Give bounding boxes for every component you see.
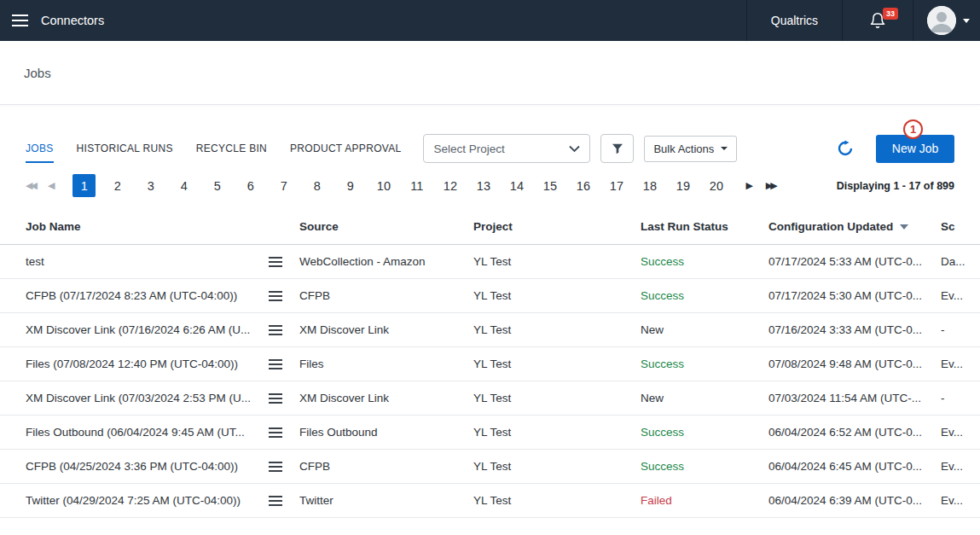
table-row: XM Discover Link (07/16/2024 6:26 AM (U.… <box>0 313 980 347</box>
page-button-15[interactable]: 15 <box>538 174 561 197</box>
column-header-schedule: Sc <box>941 210 980 245</box>
source-cell: Files Outbound <box>299 416 473 450</box>
bulk-actions-dropdown[interactable]: Bulk Actions <box>644 136 737 162</box>
tab-bar: JOBS HISTORICAL RUNS RECYCLE BIN PRODUCT… <box>26 134 401 163</box>
row-actions-cell <box>269 416 299 450</box>
page-button-11[interactable]: 11 <box>405 174 428 197</box>
schedule-cell: Ev... <box>941 347 980 381</box>
row-actions-cell <box>269 381 299 416</box>
job-name-cell: test <box>0 245 269 279</box>
next-page-button[interactable]: ▶ <box>745 181 752 190</box>
job-name-cell: XM Discover Link (07/16/2024 6:26 AM (U.… <box>0 313 269 347</box>
configuration-updated-cell: 07/16/2024 3:33 AM (UTC-0... <box>768 313 941 347</box>
page-title: Jobs <box>24 66 51 80</box>
schedule-cell: Ev... <box>941 279 980 313</box>
page-button-18[interactable]: 18 <box>638 174 661 197</box>
page-button-8[interactable]: 8 <box>305 174 328 197</box>
project-select-value: Select Project <box>433 142 504 155</box>
column-header-job-name: Job Name <box>0 210 269 245</box>
page-button-5[interactable]: 5 <box>206 174 229 197</box>
table-row: Files (07/08/2024 12:40 PM (UTC-04:00)) … <box>0 347 980 381</box>
page-button-4[interactable]: 4 <box>172 174 195 197</box>
prev-page-button[interactable]: ◀ <box>48 181 55 190</box>
tab-recycle-bin[interactable]: RECYCLE BIN <box>196 134 267 163</box>
column-header-configuration-updated-label: Configuration Updated <box>768 220 893 233</box>
job-name-cell: Files Outbound (06/04/2024 9:45 AM (UT..… <box>0 416 269 450</box>
tab-historical-runs[interactable]: HISTORICAL RUNS <box>77 134 173 163</box>
tab-jobs[interactable]: JOBS <box>26 134 54 163</box>
avatar <box>927 6 956 35</box>
row-menu-icon[interactable] <box>269 329 282 331</box>
chevron-down-icon <box>569 145 580 153</box>
page-button-20[interactable]: 20 <box>705 174 728 197</box>
schedule-cell: - <box>941 381 980 416</box>
source-cell: XM Discover Link <box>299 381 473 416</box>
page-button-12[interactable]: 12 <box>438 174 461 197</box>
page-button-7[interactable]: 7 <box>272 174 295 197</box>
page-button-6[interactable]: 6 <box>239 174 262 197</box>
row-menu-icon[interactable] <box>269 261 282 263</box>
last-run-status-cell: Success <box>641 450 768 484</box>
annotation-marker-1: 1 <box>903 119 923 139</box>
configuration-updated-cell: 07/08/2024 9:48 AM (UTC-0... <box>768 347 941 381</box>
row-menu-icon[interactable] <box>269 466 282 468</box>
row-actions-cell <box>269 484 299 518</box>
table-row: CFPB (04/25/2024 3:36 PM (UTC-04:00)) CF… <box>0 450 980 484</box>
configuration-updated-cell: 07/17/2024 5:33 AM (UTC-0... <box>768 245 941 279</box>
page-button-19[interactable]: 19 <box>671 174 694 197</box>
source-cell: WebCollection - Amazon <box>299 245 473 279</box>
project-select[interactable]: Select Project <box>423 134 590 163</box>
page-header: Jobs <box>0 41 980 105</box>
chevron-down-icon <box>963 19 970 23</box>
schedule-cell: Ev... <box>941 484 980 518</box>
job-name-cell: XM Discover Link (07/03/2024 2:53 PM (U.… <box>0 381 269 416</box>
last-run-status-cell: Failed <box>641 484 768 518</box>
hamburger-menu-icon[interactable] <box>0 0 39 41</box>
row-menu-icon[interactable] <box>269 500 282 502</box>
column-header-actions <box>269 210 299 245</box>
row-actions-cell <box>269 347 299 381</box>
row-actions-cell <box>269 245 299 279</box>
page-button-10[interactable]: 10 <box>372 174 395 197</box>
account-menu-button[interactable] <box>913 0 980 41</box>
column-header-project: Project <box>473 210 641 245</box>
project-cell: YL Test <box>473 245 641 279</box>
page-button-9[interactable]: 9 <box>339 174 362 197</box>
table-row: Twitter (04/29/2024 7:25 AM (UTC-04:00))… <box>0 484 980 518</box>
page-button-14[interactable]: 14 <box>505 174 528 197</box>
filter-button[interactable] <box>600 134 634 163</box>
row-menu-icon[interactable] <box>269 398 282 399</box>
row-menu-icon[interactable] <box>269 363 282 365</box>
project-cell: YL Test <box>473 450 641 484</box>
tab-product-approval[interactable]: PRODUCT APPROVAL <box>290 134 401 163</box>
source-cell: Files <box>299 347 473 381</box>
sort-desc-icon[interactable] <box>900 224 908 230</box>
row-menu-icon[interactable] <box>269 295 282 297</box>
last-page-button[interactable]: ▶▶ <box>766 181 775 190</box>
last-run-status-cell: Success <box>641 416 768 450</box>
notifications-button[interactable]: 33 <box>842 0 913 41</box>
project-cell: YL Test <box>473 381 641 416</box>
refresh-icon <box>837 140 854 157</box>
last-run-status-cell: New <box>641 313 768 347</box>
pagination: ◀◀ ◀ 1 2 3 4 5 6 7 8 9 10 11 12 13 14 15… <box>0 174 980 197</box>
table-row: Files Outbound (06/04/2024 9:45 AM (UT..… <box>0 416 980 450</box>
source-cell: CFPB <box>299 450 473 484</box>
configuration-updated-cell: 06/04/2024 6:45 AM (UTC-0... <box>768 450 941 484</box>
row-menu-icon[interactable] <box>269 432 282 433</box>
page-button-16[interactable]: 16 <box>571 174 594 197</box>
page-button-3[interactable]: 3 <box>139 174 162 197</box>
first-page-button[interactable]: ◀◀ <box>26 181 35 190</box>
jobs-table: Job Name Source Project Last Run Status … <box>0 210 980 518</box>
table-row: test WebCollection - Amazon YL Test Succ… <box>0 245 980 279</box>
page-button-13[interactable]: 13 <box>472 174 495 197</box>
table-row: XM Discover Link (07/03/2024 2:53 PM (U.… <box>0 381 980 416</box>
page-button-17[interactable]: 17 <box>605 174 628 197</box>
column-header-source: Source <box>299 210 473 245</box>
refresh-button[interactable] <box>837 140 854 157</box>
schedule-cell: Da... <box>941 245 980 279</box>
funnel-icon <box>611 142 624 155</box>
page-button-2[interactable]: 2 <box>106 174 129 197</box>
page-button-1[interactable]: 1 <box>72 174 96 197</box>
project-cell: YL Test <box>473 484 641 518</box>
